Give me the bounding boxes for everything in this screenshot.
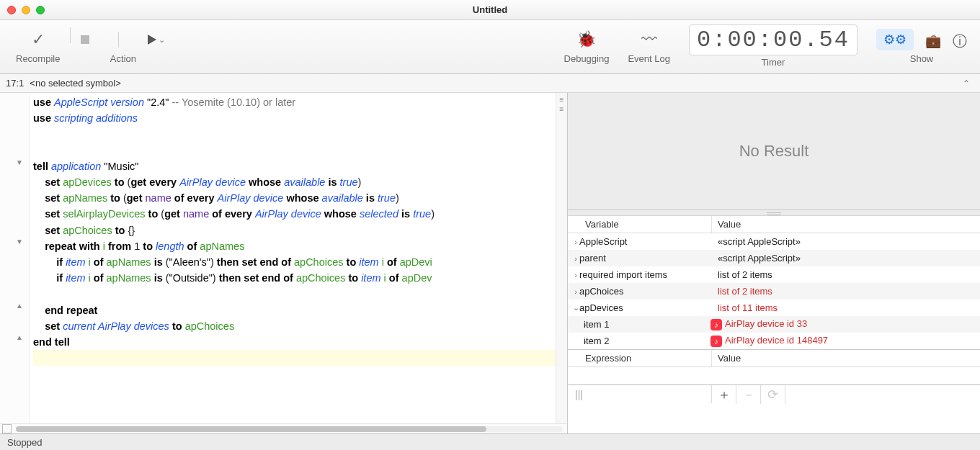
recompile-label: Recompile xyxy=(16,53,60,64)
status-bar: Stopped xyxy=(0,433,980,450)
fold-end-icon[interactable]: ▲ xyxy=(16,302,23,310)
variable-value: ♪AirPlay device id 33 xyxy=(705,318,807,330)
variable-value: «script AppleScript» xyxy=(712,253,801,264)
expressions-panel: Expression Value xyxy=(568,349,980,384)
variable-row[interactable]: ›AppleScript«script AppleScript» xyxy=(568,233,980,250)
variables-toolbar: ||| ＋ － ⟳ xyxy=(568,384,980,403)
inspector-column: No Result Variable Value ›AppleScript«sc… xyxy=(568,93,980,433)
main-split: ▼ ▼ ▲ ▲ use AppleScript version "2.4" --… xyxy=(0,93,980,433)
scroll-thumb[interactable] xyxy=(16,426,486,432)
show-label: Show xyxy=(910,53,934,64)
editor-pane: ▼ ▼ ▲ ▲ use AppleScript version "2.4" --… xyxy=(0,93,568,433)
variable-row[interactable]: ›item 2♪AirPlay device id 148497 xyxy=(568,333,980,349)
variable-row[interactable]: ⌄apDeviceslist of 11 items xyxy=(568,300,980,316)
variable-row[interactable]: ›item 1♪AirPlay device id 33 xyxy=(568,316,980,333)
variable-value: list of 2 items xyxy=(712,269,772,280)
value-column-header[interactable]: Value xyxy=(712,219,741,230)
action-label: Action xyxy=(110,53,136,64)
status-text: Stopped xyxy=(7,437,42,448)
disclosure-icon[interactable]: ⌄ xyxy=(568,303,579,312)
disclosure-icon[interactable]: › xyxy=(568,337,584,346)
horizontal-scrollbar[interactable] xyxy=(0,423,567,433)
fold-disclosure-icon[interactable]: ▼ xyxy=(16,158,23,166)
disclosure-icon[interactable]: › xyxy=(568,238,579,246)
mini-map[interactable]: ≡≡ xyxy=(556,93,567,423)
toolbar-separator xyxy=(70,27,71,43)
expression-column-header[interactable]: Expression xyxy=(568,350,712,366)
briefcase-icon[interactable]: 💼 xyxy=(925,30,941,49)
variables-panel: Variable Value ›AppleScript«script Apple… xyxy=(568,216,980,433)
disclosure-icon[interactable]: › xyxy=(568,254,579,263)
disclosure-icon[interactable]: › xyxy=(568,287,579,296)
variable-name: apDevices xyxy=(579,302,712,313)
event-log-icon[interactable]: 〰 xyxy=(641,30,657,49)
split-handle-icon[interactable] xyxy=(2,424,12,433)
add-button[interactable]: ＋ xyxy=(712,385,736,404)
disclosure-icon[interactable]: › xyxy=(568,320,584,329)
bug-icon[interactable]: 🐞 xyxy=(576,30,596,49)
variable-row[interactable]: ›parent«script AppleScript» xyxy=(568,250,980,266)
variable-name: AppleScript xyxy=(579,236,712,247)
variable-name: parent xyxy=(579,253,712,264)
variable-value: ♪AirPlay device id 148497 xyxy=(705,335,828,347)
event-log-label: Event Log xyxy=(628,53,670,64)
timer-label: Timer xyxy=(762,57,785,68)
run-button[interactable]: ⌄ xyxy=(148,35,165,45)
nav-bar: 17:1 <no selected symbol> ⌃ xyxy=(0,74,980,93)
filter-icon[interactable]: ||| xyxy=(568,385,712,403)
variable-value: list of 11 items xyxy=(712,302,778,313)
music-app-icon: ♪ xyxy=(710,336,722,347)
debugging-label: Debugging xyxy=(564,53,610,64)
variable-value: list of 2 items xyxy=(712,286,772,297)
variable-row[interactable]: ›apChoiceslist of 2 items xyxy=(568,283,980,300)
split-drag-handle[interactable] xyxy=(568,210,980,216)
expr-value-column-header[interactable]: Value xyxy=(712,353,741,364)
info-icon[interactable]: ⓘ xyxy=(953,29,967,51)
toolbar: ✓ Recompile ⌄ Action 🐞 Debugging 〰 Event… xyxy=(0,20,980,74)
result-area: No Result xyxy=(568,93,980,210)
music-app-icon: ♪ xyxy=(710,319,722,330)
fold-end-icon[interactable]: ▲ xyxy=(16,333,23,341)
recompile-icon[interactable]: ✓ xyxy=(32,30,45,49)
fold-disclosure-icon[interactable]: ▼ xyxy=(16,238,23,246)
disclosure-icon[interactable]: › xyxy=(568,271,579,279)
symbol-popup[interactable]: <no selected symbol> xyxy=(30,78,120,89)
variable-row[interactable]: ›required import itemslist of 2 items xyxy=(568,266,980,283)
expression-row[interactable] xyxy=(568,367,980,384)
window-title: Untitled xyxy=(0,4,980,15)
variables-header: Variable Value xyxy=(568,216,980,233)
cursor-position[interactable]: 17:1 xyxy=(6,78,24,89)
no-result-label: No Result xyxy=(739,142,809,161)
variable-column-header[interactable]: Variable xyxy=(568,216,712,233)
chevron-down-icon[interactable]: ⌄ xyxy=(159,35,165,45)
symbol-stepper[interactable]: ⌃ xyxy=(958,78,974,89)
titlebar: Untitled xyxy=(0,0,980,20)
toolbar-separator xyxy=(118,32,119,48)
variable-name: apChoices xyxy=(579,286,712,297)
variable-name: required import items xyxy=(579,269,712,280)
play-icon xyxy=(148,35,156,45)
variable-value: «script AppleScript» xyxy=(712,236,801,247)
variable-name: item 1 xyxy=(584,319,705,330)
source-editor[interactable]: use AppleScript version "2.4" -- Yosemit… xyxy=(30,93,556,423)
timer-display: 0:00:00.54 xyxy=(689,24,858,55)
remove-button: － xyxy=(736,385,761,404)
fold-gutter: ▼ ▼ ▲ ▲ xyxy=(0,93,30,423)
refresh-button: ⟳ xyxy=(761,385,785,404)
stop-icon[interactable] xyxy=(81,35,89,44)
variable-name: item 2 xyxy=(584,336,705,346)
preferences-icon[interactable]: ⚙︎⚙︎ xyxy=(876,29,914,50)
